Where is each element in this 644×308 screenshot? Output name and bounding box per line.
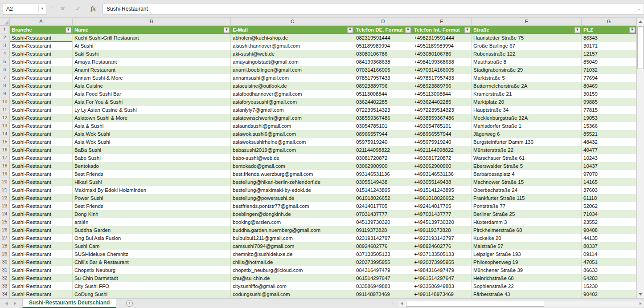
cell-C28[interactable]: camsushi7894@gmail.com xyxy=(231,242,354,250)
row-number[interactable]: 22 xyxy=(0,194,10,202)
cell-A27[interactable]: Sushi-Restaurant xyxy=(10,234,73,242)
cell-F6[interactable]: Stadtgrabenstraße 29 xyxy=(472,66,582,74)
cell-D7[interactable]: 078517957433 xyxy=(354,74,412,82)
cell-A9[interactable]: Sushi-Restaurant xyxy=(10,90,73,98)
column-header-c[interactable]: C xyxy=(231,18,354,26)
add-sheet-button[interactable]: + xyxy=(126,300,133,307)
cell-A6[interactable]: Sushi-Restaurant xyxy=(10,66,73,74)
cell-G20[interactable]: 14165 xyxy=(582,178,636,186)
cell-F34[interactable]: Färberstraße 43 xyxy=(472,290,582,298)
cell-D6[interactable]: 070314166005 xyxy=(354,66,412,74)
cell-C18[interactable]: bentokado@gmail.com xyxy=(231,162,354,170)
cell-F4[interactable]: Rubensstraße 122 xyxy=(472,50,582,58)
table-header-cell[interactable]: E-Mail▼ xyxy=(231,26,354,34)
cell-B7[interactable]: Annam Sushi & More xyxy=(73,74,231,82)
cell-A26[interactable]: Sushi-Restaurant xyxy=(10,226,73,234)
cell-A30[interactable]: Sushi-Restaurant xyxy=(10,258,73,266)
cell-D17[interactable]: 03081720872 xyxy=(354,154,412,162)
insert-function-button[interactable]: fx xyxy=(89,5,98,12)
cell-A25[interactable]: Sushi-Restaurant xyxy=(10,218,73,226)
cell-D15[interactable]: 05975919240 xyxy=(354,138,412,146)
cell-G15[interactable]: 48432 xyxy=(582,138,636,146)
cell-C11[interactable]: asianlyly7@gmail.com xyxy=(231,106,354,114)
cell-B32[interactable]: Su-Chin Darmstadt xyxy=(73,274,231,282)
cell-E30[interactable]: +4920373995955 xyxy=(412,258,472,266)
cell-D9[interactable]: 05113008844 xyxy=(354,90,412,98)
cell-C9[interactable]: asiafoodhannover@gmail.com xyxy=(231,90,354,98)
cell-A20[interactable]: Sushi-Restaurant xyxy=(10,178,73,186)
vertical-scrollbar-thumb[interactable] xyxy=(637,26,644,69)
cell-B22[interactable]: Power Sushi xyxy=(73,194,231,202)
filter-button[interactable]: ▼ xyxy=(66,27,71,33)
row-number[interactable]: 34 xyxy=(0,290,10,298)
cell-D32[interactable]: 061514297647 xyxy=(354,274,412,282)
cell-F21[interactable]: Oberbachstraße 24 xyxy=(472,186,582,194)
cell-C3[interactable]: aisushi.hannover@gmail.com xyxy=(231,42,354,50)
column-header-f[interactable]: F xyxy=(472,18,582,26)
cell-F5[interactable]: Mauthstraße 8 xyxy=(472,58,582,66)
cell-C15[interactable]: asiawoksushirheine@gmail.com xyxy=(231,138,354,146)
cell-E5[interactable]: +4984199368638 xyxy=(412,58,472,66)
table-header-cell[interactable]: PLZ▼ xyxy=(582,26,636,34)
row-number[interactable]: 28 xyxy=(0,242,10,250)
cell-C19[interactable]: best.friends.wuerzburg@gmail.com xyxy=(231,170,354,178)
cell-B34[interactable]: CoDung Sushi xyxy=(73,290,231,298)
cell-C5[interactable]: amayaingolstadt@gmail.com xyxy=(231,58,354,66)
cell-B16[interactable]: BaBa Sushi xyxy=(73,146,231,154)
cell-E12[interactable]: +4938559367486 xyxy=(412,114,472,122)
cell-A13[interactable]: Sushi-Restaurant xyxy=(10,122,73,130)
select-all-corner[interactable] xyxy=(0,18,10,26)
cell-D33[interactable]: 033586949883 xyxy=(354,282,412,290)
cell-G2[interactable]: 86343 xyxy=(582,34,636,42)
cell-F20[interactable]: Machnower Straße 15 xyxy=(472,178,582,186)
formula-bar[interactable]: Sushi-Restaurant ⌄ xyxy=(103,3,644,15)
cell-C21[interactable]: bestellung@makimaki-by-edoki.de xyxy=(231,186,354,194)
cell-A29[interactable]: Sushi-Restaurant xyxy=(10,250,73,258)
cell-C34[interactable]: codungsushi@gmail.com xyxy=(231,290,354,298)
cell-B18[interactable]: Bentokado xyxy=(73,162,231,170)
cell-C2[interactable]: abholen@kuchi-shop.de xyxy=(231,34,354,42)
cell-A33[interactable]: Sushi-Restaurant xyxy=(10,282,73,290)
cell-F29[interactable]: Leipziger Straße 193 xyxy=(472,250,582,258)
cell-E25[interactable]: +4945139730320 xyxy=(412,218,472,226)
cell-D20[interactable]: 03055149438 xyxy=(354,178,412,186)
cancel-button[interactable]: ✕ xyxy=(58,5,67,12)
cell-F25[interactable]: Hüxterdamm 3 xyxy=(472,218,582,226)
row-number[interactable]: 25 xyxy=(0,218,10,226)
row-number[interactable]: 5 xyxy=(0,58,10,66)
cell-G16[interactable]: 40477 xyxy=(582,146,636,154)
cell-E19[interactable]: +4993146531136 xyxy=(412,170,472,178)
cell-B28[interactable]: Sushi Cam xyxy=(73,242,231,250)
cell-B9[interactable]: Asia Food Sushi Bar xyxy=(73,90,231,98)
cell-B30[interactable]: Chili's Bar & Restaurant xyxy=(73,258,231,266)
row-number[interactable]: 29 xyxy=(0,250,10,258)
scroll-up-button[interactable] xyxy=(637,18,644,26)
cell-G22[interactable]: 61118 xyxy=(582,194,636,202)
cell-C29[interactable]: chemnitz@sushideluxe.de xyxy=(231,250,354,258)
row-number[interactable]: 16 xyxy=(0,146,10,154)
cell-G3[interactable]: 30171 xyxy=(582,42,636,50)
cell-E7[interactable]: +4978517957433 xyxy=(412,74,472,82)
scrollbar-resize-grip-icon[interactable]: ⋮ xyxy=(390,301,394,306)
cell-G21[interactable]: 37603 xyxy=(582,186,636,194)
cell-G7[interactable]: 77694 xyxy=(582,74,636,82)
cell-B29[interactable]: SUSHIdeluxe Chemnitz xyxy=(73,250,231,258)
cell-B2[interactable]: Kuchi Sushi-Grill Restaurant xyxy=(73,34,231,42)
cell-G32[interactable]: 64283 xyxy=(582,274,636,282)
cell-F11[interactable]: Hauptstraße 34 xyxy=(472,106,582,114)
cell-C27[interactable]: buibuibui1211@gmail.com xyxy=(231,234,354,242)
cell-F31[interactable]: Münchener Straße 39 xyxy=(472,266,582,274)
cell-C20[interactable]: bestellung@hikari-berlin-zehlendorf.de xyxy=(231,178,354,186)
cell-A14[interactable]: Sushi-Restaurant xyxy=(10,130,73,138)
cell-E17[interactable]: +493081720872 xyxy=(412,154,472,162)
confirm-button[interactable]: ✓ xyxy=(74,5,82,12)
scroll-down-button[interactable] xyxy=(637,290,644,298)
cell-E31[interactable]: +4984316497479 xyxy=(412,266,472,274)
scroll-left-button[interactable] xyxy=(398,300,405,307)
toolbar-grip-icon[interactable]: ⋮ xyxy=(49,7,54,11)
cell-B8[interactable]: Asia Cuisine xyxy=(73,82,231,90)
cell-C13[interactable]: asiaundsushi@gmail.com xyxy=(231,122,354,130)
cell-E22[interactable]: +4961018026652 xyxy=(412,194,472,202)
cell-C26[interactable]: buddha.garden.nuernberg@gmail.com xyxy=(231,226,354,234)
cell-D25[interactable]: 045139730320 xyxy=(354,218,412,226)
